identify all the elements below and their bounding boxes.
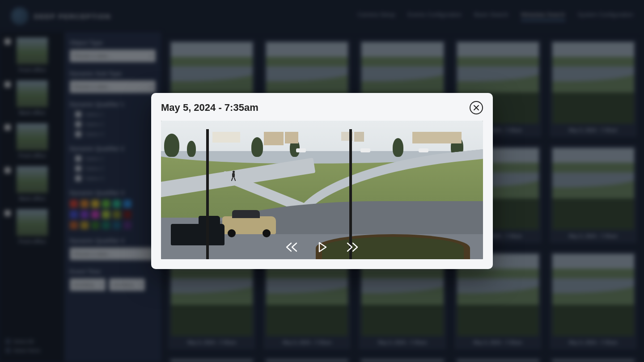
modal-backdrop[interactable]: May 5, 2024 - 7:35am [0,0,644,362]
video-player[interactable] [161,121,483,259]
close-icon [473,105,479,111]
close-button[interactable] [470,101,483,114]
modal-title: May 5, 2024 - 7:35am [161,102,258,114]
rewind-icon [285,240,298,254]
vehicle-truck [171,224,225,245]
rewind-button[interactable] [284,240,299,255]
fast-forward-icon [346,240,359,254]
modal-header: May 5, 2024 - 7:35am [161,101,483,114]
video-modal: May 5, 2024 - 7:35am [151,93,493,269]
play-icon [315,240,329,254]
fast-forward-button[interactable] [345,240,360,255]
light-pole [206,129,209,259]
person-walking [232,171,235,181]
play-button[interactable] [314,240,330,255]
vehicle-sedan [222,216,276,234]
video-controls [284,240,360,255]
